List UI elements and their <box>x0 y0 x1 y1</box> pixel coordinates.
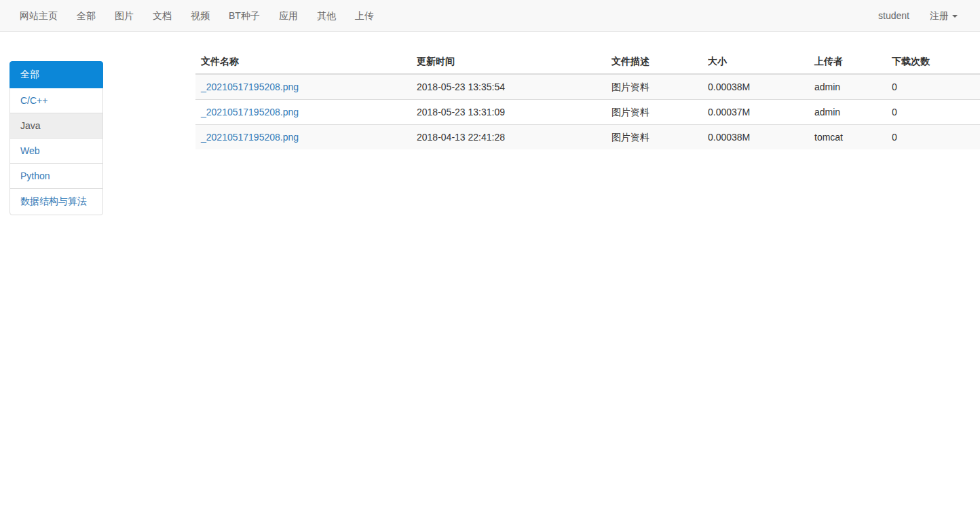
nav-item-home[interactable]: 网站主页 <box>10 0 67 31</box>
nav-item-images[interactable]: 图片 <box>105 0 143 31</box>
sidebar-item-python[interactable]: Python <box>10 163 103 189</box>
col-header-downloads: 下载次数 <box>886 49 980 74</box>
nav-item-documents-link[interactable]: 文档 <box>143 0 181 31</box>
sidebar-item-cpp[interactable]: C/C++ <box>10 88 103 113</box>
table-header-row: 文件名称 更新时间 文件描述 大小 上传者 下载次数 <box>195 49 980 74</box>
nav-item-apps-link[interactable]: 应用 <box>269 0 307 31</box>
cell-updated: 2018-05-23 13:35:54 <box>411 74 606 100</box>
cell-description: 图片资料 <box>606 125 702 150</box>
table-row: _20210517195208.png 2018-05-23 13:31:09 … <box>195 100 980 125</box>
cell-file-name: _20210517195208.png <box>195 74 411 100</box>
cell-downloads: 0 <box>886 74 980 100</box>
cell-size: 0.00038M <box>702 125 809 150</box>
nav-menu: 网站主页 全部 图片 文档 视频 BT种子 应用 其他 上传 <box>0 0 383 31</box>
category-list: 全部 C/C++ Java Web Python 数据结构与算法 <box>10 61 103 215</box>
col-header-size: 大小 <box>702 49 809 74</box>
cell-file-name: _20210517195208.png <box>195 100 411 125</box>
col-header-file-name: 文件名称 <box>195 49 411 74</box>
nav-register-label: 注册 <box>930 10 949 21</box>
nav-item-videos-link[interactable]: 视频 <box>181 0 219 31</box>
nav-item-upload-link[interactable]: 上传 <box>345 0 383 31</box>
top-navbar: 网站主页 全部 图片 文档 视频 BT种子 应用 其他 上传 student 注… <box>0 0 980 32</box>
file-name-link[interactable]: _20210517195208.png <box>201 81 299 92</box>
nav-item-home-link[interactable]: 网站主页 <box>10 0 67 31</box>
sidebar-item-java[interactable]: Java <box>10 113 103 139</box>
nav-register-link[interactable]: 注册 <box>920 0 968 31</box>
cell-uploader: admin <box>809 100 886 125</box>
nav-item-images-link[interactable]: 图片 <box>105 0 143 31</box>
cell-downloads: 0 <box>886 100 980 125</box>
cell-size: 0.00038M <box>702 74 809 100</box>
table-row: _20210517195208.png 2018-05-23 13:35:54 … <box>195 74 980 100</box>
col-header-uploader: 上传者 <box>809 49 886 74</box>
nav-item-others-link[interactable]: 其他 <box>307 0 345 31</box>
nav-item-apps[interactable]: 应用 <box>269 0 307 31</box>
nav-item-all-link[interactable]: 全部 <box>67 0 105 31</box>
category-sidebar: 全部 C/C++ Java Web Python 数据结构与算法 <box>10 61 103 215</box>
cell-uploader: admin <box>809 74 886 100</box>
sidebar-item-all[interactable]: 全部 <box>10 61 103 88</box>
file-table: 文件名称 更新时间 文件描述 大小 上传者 下载次数 _202105171952… <box>195 49 980 149</box>
file-name-link[interactable]: _20210517195208.png <box>201 132 299 143</box>
nav-item-videos[interactable]: 视频 <box>181 0 219 31</box>
cell-updated: 2018-05-23 13:31:09 <box>411 100 606 125</box>
nav-register[interactable]: 注册 <box>920 0 968 31</box>
table-row: _20210517195208.png 2018-04-13 22:41:28 … <box>195 125 980 150</box>
col-header-updated: 更新时间 <box>411 49 606 74</box>
nav-user-link[interactable]: student <box>868 0 920 31</box>
col-header-description: 文件描述 <box>606 49 702 74</box>
file-name-link[interactable]: _20210517195208.png <box>201 107 299 117</box>
cell-file-name: _20210517195208.png <box>195 125 411 150</box>
cell-size: 0.00037M <box>702 100 809 125</box>
cell-description: 图片资料 <box>606 100 702 125</box>
sidebar-item-web[interactable]: Web <box>10 138 103 164</box>
cell-updated: 2018-04-13 22:41:28 <box>411 125 606 150</box>
cell-description: 图片资料 <box>606 74 702 100</box>
cell-downloads: 0 <box>886 125 980 150</box>
nav-item-upload[interactable]: 上传 <box>345 0 383 31</box>
sidebar-item-data-structures[interactable]: 数据结构与算法 <box>10 188 103 215</box>
cell-uploader: tomcat <box>809 125 886 150</box>
nav-item-documents[interactable]: 文档 <box>143 0 181 31</box>
nav-user[interactable]: student <box>868 0 920 31</box>
nav-item-all[interactable]: 全部 <box>67 0 105 31</box>
nav-right-menu: student 注册 <box>868 0 980 31</box>
caret-down-icon <box>952 15 958 18</box>
file-table-area: 文件名称 更新时间 文件描述 大小 上传者 下载次数 _202105171952… <box>195 49 980 149</box>
nav-item-torrents-link[interactable]: BT种子 <box>219 0 269 31</box>
nav-item-torrents[interactable]: BT种子 <box>219 0 269 31</box>
nav-item-others[interactable]: 其他 <box>307 0 345 31</box>
